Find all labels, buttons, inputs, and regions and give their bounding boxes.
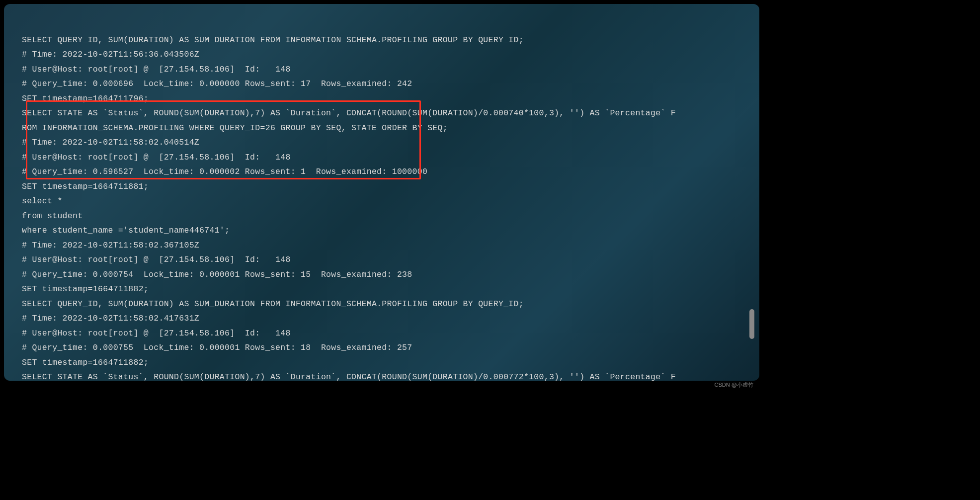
log-line: SELECT QUERY_ID, SUM(DURATION) AS SUM_DU… (22, 299, 524, 309)
log-line: # Time: 2022-10-02T11:58:02.367105Z (22, 241, 199, 250)
log-line: SELECT QUERY_ID, SUM(DURATION) AS SUM_DU… (22, 35, 524, 45)
log-line: # User@Host: root[root] @ [27.154.58.106… (22, 65, 291, 74)
watermark-text: CSDN @小虚竹 (715, 381, 753, 389)
log-line: SELECT STATE AS `Status`, ROUND(SUM(DURA… (22, 108, 676, 118)
log-line: where student_name ='student_name446741'… (22, 226, 230, 235)
log-line: # Query_time: 0.000754 Lock_time: 0.0000… (22, 270, 412, 279)
vertical-scrollbar[interactable] (749, 309, 754, 339)
log-line: SET timestamp=1664711796; (22, 94, 149, 103)
log-line: # Query_time: 0.000696 Lock_time: 0.0000… (22, 79, 412, 88)
log-line: # User@Host: root[root] @ [27.154.58.106… (22, 153, 291, 162)
log-line: from student (22, 211, 82, 221)
log-line: # Time: 2022-10-02T11:58:02.040514Z (22, 138, 199, 147)
log-line: SET timestamp=1664711882; (22, 284, 149, 294)
log-line: SET timestamp=1664711882; (22, 358, 149, 367)
log-line: # User@Host: root[root] @ [27.154.58.106… (22, 329, 291, 338)
terminal-output[interactable]: SELECT QUERY_ID, SUM(DURATION) AS SUM_DU… (22, 18, 741, 381)
log-line: # Time: 2022-10-02T11:58:02.417631Z (22, 314, 199, 323)
log-line: # Query_time: 0.596527 Lock_time: 0.0000… (22, 167, 427, 176)
terminal-window: SELECT QUERY_ID, SUM(DURATION) AS SUM_DU… (4, 4, 759, 381)
log-line: # Query_time: 0.000755 Lock_time: 0.0000… (22, 343, 412, 352)
log-line: SET timestamp=1664711881; (22, 182, 149, 191)
log-line: select * (22, 196, 63, 206)
log-line: # User@Host: root[root] @ [27.154.58.106… (22, 255, 291, 264)
log-line: ROM INFORMATION_SCHEMA.PROFILING WHERE Q… (22, 123, 448, 133)
log-line: # Time: 2022-10-02T11:56:36.043506Z (22, 50, 199, 59)
log-line: SELECT STATE AS `Status`, ROUND(SUM(DURA… (22, 372, 676, 381)
